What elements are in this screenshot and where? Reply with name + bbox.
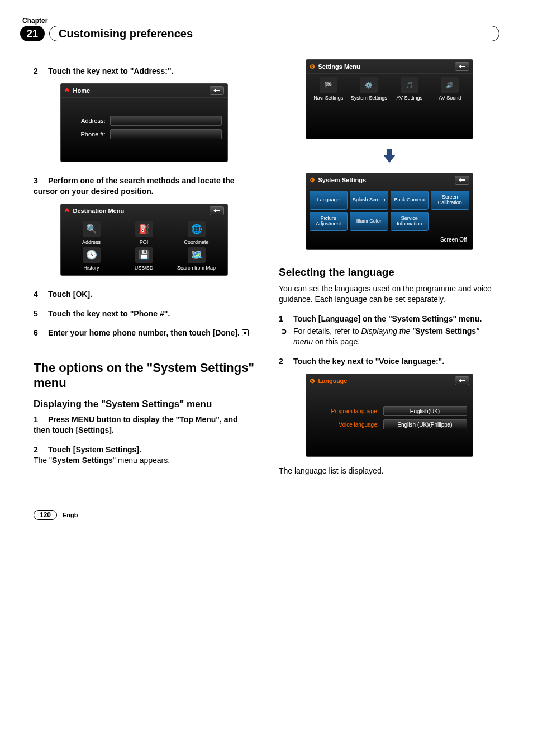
step-text: Touch [OK]. bbox=[48, 290, 92, 299]
heading-displaying: Displaying the "System Settings" menu bbox=[34, 398, 254, 410]
step-text: Touch the key next to "Phone #". bbox=[48, 309, 170, 318]
step-text: Enter your home phone number, then touch… bbox=[48, 328, 240, 337]
heading-selecting-language: Selecting the language bbox=[279, 266, 499, 279]
sys-btn-language[interactable]: Language bbox=[310, 191, 348, 210]
screenshot-system-settings: ⚙ System Settings Language Splash Screen… bbox=[306, 173, 473, 250]
settings-tile-av[interactable]: 🎵 AV Settings bbox=[391, 77, 429, 101]
footer-lang: Engb bbox=[63, 512, 78, 518]
dest-tile-usbsd[interactable]: 💾 USB/SD bbox=[119, 247, 169, 271]
voice-language-row: Voice language: English (UK)(Philippa) bbox=[312, 419, 467, 429]
lang-title-bar: ⚙ Language bbox=[306, 374, 473, 388]
dest-tile-searchmap[interactable]: 🗺️ Search from Map bbox=[172, 247, 222, 271]
tile-label: Coordinate bbox=[184, 239, 208, 245]
home-icon bbox=[64, 207, 70, 214]
address-label: Address: bbox=[66, 117, 106, 124]
chapter-label: Chapter bbox=[22, 17, 499, 25]
back-button[interactable] bbox=[455, 176, 469, 185]
back-button[interactable] bbox=[455, 62, 469, 71]
step-3: 3 Perform one of the search methods and … bbox=[34, 176, 254, 197]
screen-off-button[interactable]: Screen Off bbox=[306, 231, 473, 245]
settings-title-bar: ⚙ Settings Menu bbox=[306, 60, 473, 74]
step-number: 2 bbox=[279, 356, 291, 367]
back-button[interactable] bbox=[210, 86, 224, 95]
voice-language-label: Voice language: bbox=[312, 422, 379, 428]
gear-icon: ⚙️ bbox=[365, 82, 373, 89]
history-icon: 🕓 bbox=[86, 249, 97, 260]
note-icon: 🎵 bbox=[406, 82, 413, 89]
step-number: 1 bbox=[34, 414, 46, 425]
tile-label: System Settings bbox=[351, 95, 387, 101]
step-text: Perform one of the search methods and lo… bbox=[34, 176, 235, 196]
step-text: Touch the key next to "Voice language:". bbox=[293, 357, 444, 366]
back-button[interactable] bbox=[455, 376, 469, 385]
screenshot-destination: Destination Menu 🔍 Address ⛽ POI 🌐 Coord… bbox=[60, 204, 228, 276]
screenshot-settings-menu: ⚙ Settings Menu 🏁 Navi Settings ⚙️ Syste… bbox=[306, 59, 473, 139]
phone-input[interactable] bbox=[110, 129, 222, 139]
step-text: Touch the key next to "Address:". bbox=[48, 67, 174, 75]
home-title-bar: Home bbox=[61, 84, 227, 98]
back-button[interactable] bbox=[210, 206, 224, 215]
reference-icon: ➲ bbox=[279, 326, 289, 347]
tile-label: History bbox=[83, 265, 99, 271]
speaker-icon: 🔊 bbox=[446, 82, 454, 89]
closing-text: The language list is displayed. bbox=[279, 466, 499, 476]
settings-title: Settings Menu bbox=[318, 63, 360, 70]
address-input[interactable] bbox=[110, 116, 222, 126]
left-column: 2 Touch the key next to "Address:". Home… bbox=[34, 59, 254, 476]
text-part: on this page. bbox=[313, 337, 360, 346]
tile-label: POI bbox=[140, 239, 149, 245]
sel-step-1: 1 Touch [Language] on the "System Settin… bbox=[279, 314, 499, 324]
text-part: For details, refer to bbox=[293, 327, 361, 336]
step-2: 2 Touch the key next to "Address:". bbox=[34, 66, 254, 77]
reference-bullet: ➲ For details, refer to Displaying the "… bbox=[279, 326, 499, 347]
settings-tile-avsound[interactable]: 🔊 AV Sound bbox=[431, 77, 469, 101]
step-text: Press MENU button to display the "Top Me… bbox=[34, 415, 238, 434]
voice-language-value[interactable]: English (UK)(Philippa) bbox=[383, 419, 467, 429]
dest-tile-address[interactable]: 🔍 Address bbox=[66, 221, 117, 245]
step-number: 3 bbox=[34, 176, 46, 186]
poi-icon: ⛽ bbox=[139, 224, 150, 234]
step-5: 5 Touch the key next to "Phone #". bbox=[34, 309, 254, 319]
tool-icon: ⚙ bbox=[310, 63, 315, 70]
step-number: 2 bbox=[34, 66, 46, 77]
page-title: Customising preferences bbox=[49, 26, 499, 41]
tile-label: Navi Settings bbox=[313, 95, 343, 101]
sys-btn-splash[interactable]: Splash Screen bbox=[350, 191, 388, 210]
globe-icon: 🌐 bbox=[191, 224, 202, 234]
dest-tile-history[interactable]: 🕓 History bbox=[66, 247, 117, 271]
phone-label: Phone #: bbox=[66, 131, 106, 138]
text-part: System Settings bbox=[52, 456, 113, 465]
h2-part: The options on the " bbox=[34, 361, 153, 375]
text-part: " menu appears. bbox=[113, 456, 170, 465]
program-language-label: Program language: bbox=[312, 408, 379, 414]
tool-icon: ⚙ bbox=[310, 177, 315, 184]
screenshot-language: ⚙ Language Program language: English(UK)… bbox=[306, 374, 473, 457]
screenshot-home: Home Address: Phone #: bbox=[60, 83, 228, 162]
tile-label: Search from Map bbox=[177, 265, 216, 271]
tool-icon: ⚙ bbox=[310, 377, 315, 385]
settings-tile-system[interactable]: ⚙️ System Settings bbox=[350, 77, 388, 101]
text-part: System Settings bbox=[415, 327, 476, 336]
phone-row: Phone #: bbox=[66, 129, 222, 139]
sys-btn-illumi[interactable]: Illumi Color bbox=[350, 212, 388, 231]
program-language-row: Program language: English(UK) bbox=[312, 406, 467, 416]
dest-tile-coordinate[interactable]: 🌐 Coordinate bbox=[172, 221, 222, 245]
step-number: 4 bbox=[34, 289, 46, 300]
program-language-value[interactable]: English(UK) bbox=[383, 406, 467, 416]
sys-btn-calib[interactable]: Screen Calibration bbox=[431, 191, 469, 210]
page-footer: 120 Engb bbox=[34, 510, 499, 520]
lang-title: Language bbox=[318, 377, 348, 384]
down-arrow-icon bbox=[279, 147, 499, 166]
home-title: Home bbox=[73, 87, 91, 94]
step-text: Touch [System Settings]. bbox=[48, 445, 141, 454]
text-part: The " bbox=[34, 456, 52, 465]
address-row: Address: bbox=[66, 116, 222, 126]
disp-step-2-after: The "System Settings" menu appears. bbox=[34, 455, 254, 466]
sys-btn-service[interactable]: Service Information bbox=[391, 212, 429, 231]
sys-btn-picture[interactable]: Picture Adjustment bbox=[310, 212, 348, 231]
sys-btn-backcam[interactable]: Back Camera bbox=[391, 191, 429, 210]
step-4: 4 Touch [OK]. bbox=[34, 289, 254, 300]
dest-tile-poi[interactable]: ⛽ POI bbox=[119, 221, 169, 245]
settings-tile-navi[interactable]: 🏁 Navi Settings bbox=[310, 77, 348, 101]
right-column: ⚙ Settings Menu 🏁 Navi Settings ⚙️ Syste… bbox=[279, 59, 499, 476]
